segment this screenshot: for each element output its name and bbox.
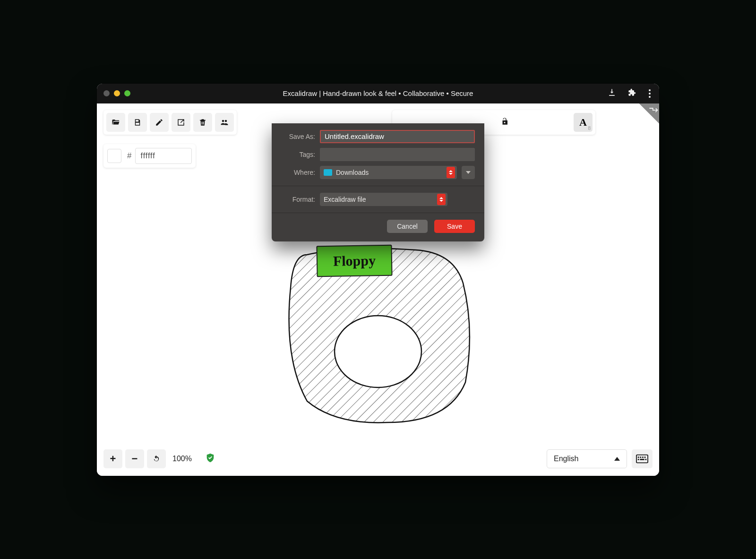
encryption-shield[interactable] [205, 453, 215, 465]
file-toolbar [103, 110, 237, 135]
save-confirm-button[interactable]: Save [434, 220, 475, 233]
export-button[interactable] [172, 113, 190, 132]
open-button[interactable] [106, 113, 125, 132]
format-value: Excalidraw file [324, 196, 366, 203]
lock-toggle[interactable] [496, 113, 513, 130]
folder-open-icon [112, 118, 120, 127]
dropdown-caret-icon [614, 457, 620, 461]
where-label: Where: [281, 169, 315, 176]
where-value: Downloads [336, 169, 369, 176]
select-stepper-icon [437, 194, 446, 205]
cancel-button[interactable]: Cancel [387, 220, 428, 233]
where-select[interactable]: Downloads [320, 166, 457, 179]
save-button[interactable] [128, 113, 147, 132]
window-zoom-dot[interactable] [124, 90, 130, 96]
svg-rect-8 [640, 459, 644, 460]
svg-rect-9 [645, 459, 647, 460]
drawing-label[interactable]: Floppy [316, 244, 392, 277]
save-dialog: Save As: Tags: Where: Downloads [272, 123, 484, 241]
color-swatch[interactable] [107, 149, 121, 163]
zoom-out-button[interactable]: − [125, 449, 144, 468]
folder-icon [324, 169, 332, 176]
drawing-label-text: Floppy [333, 252, 376, 269]
keyboard-icon [636, 454, 648, 464]
save-as-label: Save As: [281, 133, 315, 140]
floppy-icon [133, 118, 142, 127]
export-icon [177, 118, 185, 127]
extensions-icon[interactable] [627, 88, 636, 99]
color-panel: # [103, 144, 196, 168]
github-corner[interactable] [631, 103, 659, 132]
titlebar-title: Excalidraw | Hand-drawn look & feel • Co… [97, 89, 659, 97]
zoom-in-button[interactable]: + [103, 449, 122, 468]
select-stepper-icon [447, 167, 455, 178]
keyboard-shortcuts-button[interactable] [632, 449, 653, 468]
shield-check-icon [205, 453, 215, 463]
window-minimize-dot[interactable] [114, 90, 120, 96]
bottom-right-controls: English [547, 449, 653, 468]
svg-rect-7 [638, 459, 639, 460]
text-tool-index: 8 [588, 126, 591, 131]
save-dialog-actions: Cancel Save [272, 213, 484, 241]
language-select[interactable]: English [547, 449, 627, 468]
save-as-button[interactable] [150, 113, 169, 132]
svg-point-1 [335, 316, 421, 387]
app-content: A 8 # [97, 103, 659, 476]
save-as-input[interactable] [320, 130, 475, 143]
text-tool-glyph: A [579, 116, 587, 129]
window-close-dot[interactable] [103, 90, 110, 96]
expand-browser-button[interactable] [462, 166, 475, 179]
zoom-level: 100% [169, 455, 196, 463]
svg-rect-4 [640, 456, 641, 458]
save-dialog-format: Format: Excalidraw file [272, 186, 484, 213]
tags-input[interactable] [320, 148, 475, 161]
hash-label: # [125, 151, 131, 161]
collaborate-button[interactable] [215, 113, 234, 132]
cancel-button-label: Cancel [397, 223, 418, 230]
users-icon [220, 118, 229, 127]
browser-window: Excalidraw | Hand-drawn look & feel • Co… [97, 84, 659, 476]
svg-rect-3 [638, 456, 639, 458]
pencil-save-icon [155, 118, 163, 127]
save-dialog-main: Save As: Tags: Where: Downloads [272, 123, 484, 186]
svg-rect-5 [642, 456, 644, 458]
traffic-lights [103, 90, 130, 96]
svg-rect-6 [644, 456, 646, 458]
language-value: English [554, 455, 578, 463]
text-tool-button[interactable]: A 8 [574, 113, 593, 132]
titlebar: Excalidraw | Hand-drawn look & feel • Co… [97, 84, 659, 103]
clear-canvas-button[interactable] [193, 113, 212, 132]
hex-input[interactable] [135, 148, 192, 164]
titlebar-actions [607, 88, 653, 99]
zoom-reset-button[interactable] [147, 449, 166, 468]
unlock-icon [500, 117, 509, 126]
format-select[interactable]: Excalidraw file [320, 193, 447, 206]
install-app-icon[interactable] [607, 88, 617, 99]
browser-menu-icon[interactable] [647, 88, 653, 99]
zoom-controls: + − 100% [103, 449, 215, 468]
trash-icon [198, 118, 207, 127]
save-button-label: Save [447, 223, 462, 230]
reset-icon [152, 455, 161, 463]
tags-label: Tags: [281, 151, 315, 158]
format-label: Format: [281, 196, 315, 203]
